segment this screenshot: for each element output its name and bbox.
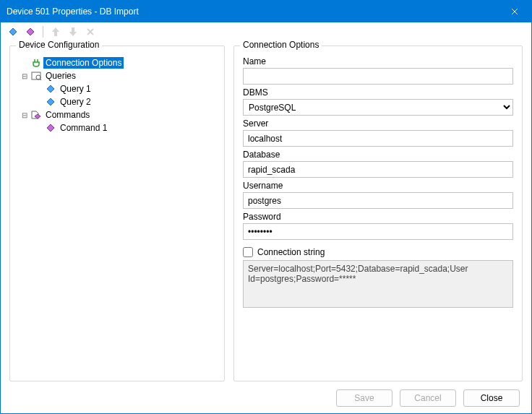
close-button[interactable]: Close: [463, 389, 520, 407]
svg-marker-9: [47, 124, 54, 131]
tree-label: Queries: [43, 70, 78, 82]
expander-icon[interactable]: ⊟: [20, 111, 29, 119]
add-command-icon: [25, 27, 35, 37]
name-label: Name: [243, 56, 513, 66]
add-query-icon: [8, 27, 18, 37]
connection-icon: [30, 57, 42, 69]
move-up-button[interactable]: [49, 25, 62, 38]
tree-item-commands[interactable]: ⊟ Commands: [17, 108, 217, 121]
connection-string-textarea[interactable]: [243, 260, 513, 308]
connection-string-row: Connection string: [243, 247, 513, 257]
svg-line-4: [40, 79, 41, 80]
connection-string-label: Connection string: [257, 247, 325, 257]
svg-marker-6: [47, 98, 54, 105]
svg-marker-5: [47, 85, 54, 92]
queries-icon: [30, 70, 42, 82]
window: Device 501 Properties - DB Import Device…: [0, 0, 532, 414]
tree-label: Query 1: [58, 83, 93, 95]
window-title: Device 501 Properties - DB Import: [7, 7, 498, 17]
connection-options-panel: Connection Options Name DBMS PostgreSQL …: [233, 46, 523, 381]
cancel-button[interactable]: Cancel: [400, 389, 456, 407]
arrow-down-icon: [69, 27, 77, 37]
device-config-panel: Device Configuration Connection Options …: [9, 46, 225, 381]
command-icon: [45, 122, 56, 134]
password-input[interactable]: [243, 223, 513, 240]
tree-item-query-2[interactable]: Query 2: [17, 95, 217, 108]
query-icon: [45, 96, 56, 108]
tree-item-command-1[interactable]: Command 1: [17, 121, 217, 134]
close-window-button[interactable]: [498, 1, 531, 22]
name-input[interactable]: [243, 68, 513, 85]
expander-icon[interactable]: ⊟: [20, 72, 29, 80]
add-command-button[interactable]: [24, 25, 37, 38]
tree-label: Connection Options: [43, 57, 124, 69]
dbms-label: DBMS: [243, 87, 513, 98]
delete-icon: [86, 27, 95, 36]
svg-marker-0: [9, 28, 17, 35]
tree-item-query-1[interactable]: Query 1: [17, 82, 217, 95]
database-input[interactable]: [243, 161, 513, 178]
server-label: Server: [243, 118, 513, 129]
toolbar-separator: [43, 26, 43, 38]
svg-marker-1: [27, 28, 34, 35]
database-label: Database: [243, 150, 513, 160]
connection-options-legend: Connection Options: [240, 40, 322, 50]
add-query-button[interactable]: [7, 25, 20, 38]
tree-item-queries[interactable]: ⊟ Queries: [17, 69, 217, 82]
username-input[interactable]: [243, 192, 513, 209]
dbms-select[interactable]: PostgreSQL: [243, 99, 513, 116]
arrow-up-icon: [51, 27, 60, 37]
device-config-legend: Device Configuration: [16, 40, 102, 50]
tree-item-connection-options[interactable]: Connection Options: [17, 56, 217, 69]
titlebar: Device 501 Properties - DB Import: [1, 1, 531, 22]
password-label: Password: [243, 212, 513, 222]
main-area: Device Configuration Connection Options …: [1, 41, 531, 383]
server-input[interactable]: [243, 130, 513, 147]
tree-label: Query 2: [58, 96, 93, 108]
query-icon: [45, 83, 56, 95]
toolbar: [1, 22, 531, 41]
username-label: Username: [243, 181, 513, 191]
close-icon: [511, 8, 518, 15]
save-button[interactable]: Save: [336, 389, 392, 407]
commands-icon: [30, 109, 42, 121]
config-tree[interactable]: Connection Options ⊟ Queries Query 1: [16, 53, 218, 137]
move-down-button[interactable]: [66, 25, 80, 38]
tree-label: Commands: [43, 109, 92, 121]
delete-button[interactable]: [84, 25, 97, 38]
connection-string-checkbox[interactable]: [243, 247, 253, 257]
connection-form: Name DBMS PostgreSQL Server Database Use…: [240, 53, 516, 308]
footer: Save Cancel Close: [1, 383, 531, 413]
tree-label: Command 1: [58, 122, 109, 134]
